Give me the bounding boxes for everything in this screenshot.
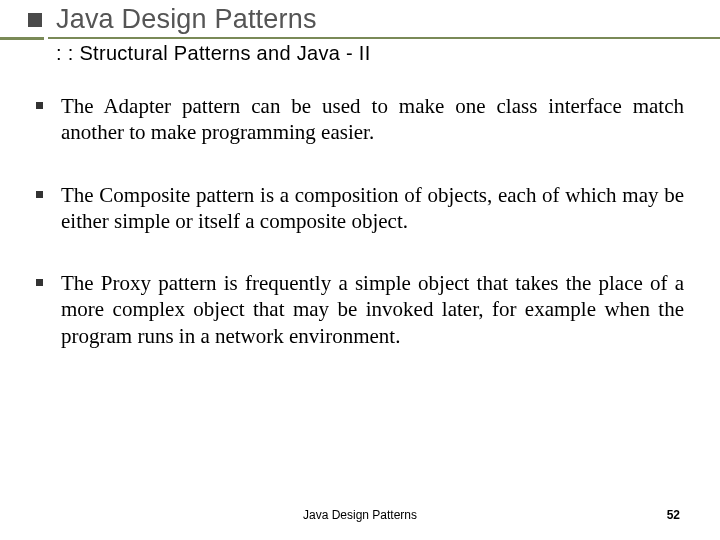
list-item: The Composite pattern is a composition o…	[36, 182, 684, 235]
title-row: Java Design Patterns	[0, 4, 720, 35]
underline-line-icon	[48, 37, 720, 39]
list-item: The Proxy pattern is frequently a simple…	[36, 270, 684, 349]
square-bullet-icon	[36, 102, 43, 109]
page-number: 52	[667, 508, 680, 522]
slide-footer: Java Design Patterns 52	[0, 508, 720, 528]
title-bullet-icon	[28, 13, 42, 27]
list-item: The Adapter pattern can be used to make …	[36, 93, 684, 146]
slide-content: The Adapter pattern can be used to make …	[0, 65, 720, 349]
bullet-text: The Adapter pattern can be used to make …	[61, 93, 684, 146]
bullet-text: The Composite pattern is a composition o…	[61, 182, 684, 235]
slide-title: Java Design Patterns	[56, 4, 317, 35]
slide-header: Java Design Patterns : : Structural Patt…	[0, 0, 720, 65]
bullet-text: The Proxy pattern is frequently a simple…	[61, 270, 684, 349]
square-bullet-icon	[36, 279, 43, 286]
title-underline	[0, 37, 720, 40]
footer-title: Java Design Patterns	[303, 508, 417, 522]
underline-accent-icon	[0, 37, 44, 40]
slide-subtitle: : : Structural Patterns and Java - II	[56, 42, 720, 65]
square-bullet-icon	[36, 191, 43, 198]
